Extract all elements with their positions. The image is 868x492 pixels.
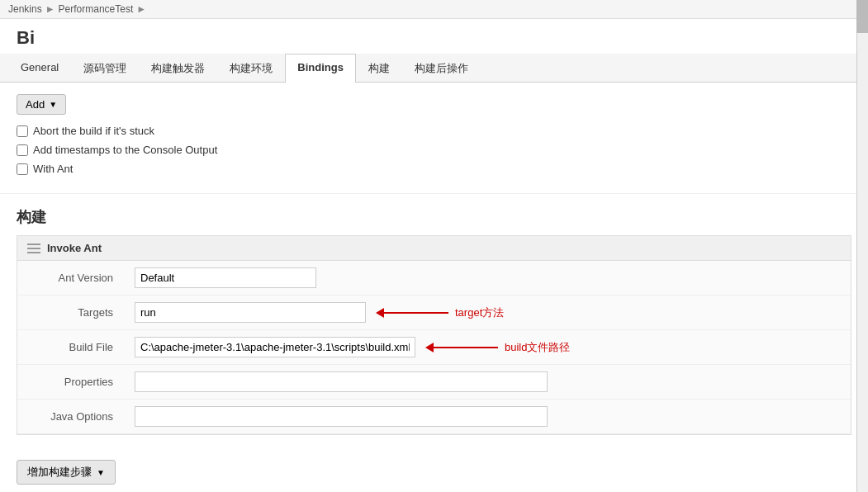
- tabs-bar: General源码管理构建触发器构建环境Bindings构建构建后操作: [0, 54, 868, 83]
- breadcrumb-sep2: ►: [136, 3, 146, 15]
- tab-构建触发器[interactable]: 构建触发器: [139, 54, 217, 83]
- tab-源码管理[interactable]: 源码管理: [71, 54, 139, 83]
- properties-row: Properties: [17, 365, 851, 400]
- targets-row: Targets target方法: [17, 296, 851, 330]
- main-content: Bi General源码管理构建触发器构建环境Bindings构建构建后操作 A…: [0, 19, 868, 492]
- targets-input[interactable]: [135, 302, 366, 323]
- build-file-label: Build File: [17, 330, 125, 365]
- build-file-arrow-icon: [432, 347, 498, 348]
- build-file-annotation: build文件路径: [432, 340, 570, 355]
- invoke-ant-title: Invoke Ant: [47, 242, 102, 254]
- with-ant-checkbox[interactable]: [17, 163, 28, 175]
- tab-general[interactable]: General: [8, 54, 71, 83]
- add-button[interactable]: Add ▼: [17, 94, 66, 115]
- add-step-label: 增加构建步骤: [27, 465, 92, 480]
- invoke-ant-header: Invoke Ant: [17, 236, 851, 261]
- scrollbar[interactable]: [856, 0, 868, 492]
- abort-checkbox[interactable]: [17, 125, 28, 137]
- ant-version-cell: [125, 261, 851, 296]
- breadcrumb-sep1: ►: [45, 3, 55, 15]
- bottom-bar: 增加构建步骤 ▼: [0, 452, 868, 492]
- java-options-cell: [125, 400, 851, 434]
- ant-version-label: Ant Version: [17, 261, 125, 296]
- build-file-cell: build文件路径: [125, 330, 851, 365]
- add-step-button[interactable]: 增加构建步骤 ▼: [17, 460, 116, 485]
- checkbox-abort: Abort the build if it's stuck: [17, 125, 851, 137]
- abort-label: Abort the build if it's stuck: [33, 125, 154, 137]
- build-file-row-inner: build文件路径: [135, 337, 841, 357]
- build-section: Invoke Ant Ant Version Targets: [17, 235, 851, 435]
- with-ant-label: With Ant: [33, 163, 73, 175]
- build-file-input[interactable]: [135, 337, 415, 357]
- tab-构建环境[interactable]: 构建环境: [217, 54, 285, 83]
- targets-row-inner: target方法: [135, 302, 841, 323]
- build-file-annotation-text: build文件路径: [505, 340, 570, 355]
- checkbox-with-ant: With Ant: [17, 163, 851, 175]
- breadcrumb-project[interactable]: PerformanceTest: [59, 3, 134, 15]
- form-table: Ant Version Targets target方法: [17, 261, 851, 434]
- drag-handle-icon: [27, 244, 40, 253]
- targets-cell: target方法: [125, 296, 851, 330]
- scrollbar-thumb[interactable]: [856, 0, 868, 33]
- targets-label: Targets: [17, 296, 125, 330]
- breadcrumb-jenkins[interactable]: Jenkins: [8, 3, 42, 15]
- bindings-section: Add ▼ Abort the build if it's stuck Add …: [0, 83, 868, 193]
- build-file-row: Build File build文件路径: [17, 330, 851, 365]
- ant-version-row: Ant Version: [17, 261, 851, 296]
- java-options-row: Java Options: [17, 400, 851, 434]
- java-options-input[interactable]: [135, 406, 548, 427]
- ant-version-input[interactable]: [135, 267, 316, 288]
- add-button-label: Add: [26, 98, 45, 111]
- properties-input[interactable]: [135, 371, 548, 392]
- timestamps-label: Add timestamps to the Console Output: [33, 144, 217, 156]
- targets-arrow-icon: [382, 312, 448, 314]
- properties-label: Properties: [17, 365, 125, 400]
- build-heading: 构建: [0, 193, 868, 235]
- checkbox-timestamps: Add timestamps to the Console Output: [17, 144, 851, 156]
- tab-构建[interactable]: 构建: [356, 54, 402, 83]
- add-step-arrow-icon: ▼: [97, 468, 105, 477]
- tab-bindings[interactable]: Bindings: [285, 54, 356, 83]
- targets-annotation-text: target方法: [455, 305, 504, 320]
- timestamps-checkbox[interactable]: [17, 144, 28, 156]
- tab-构建后操作[interactable]: 构建后操作: [402, 54, 481, 83]
- targets-annotation: target方法: [382, 305, 504, 320]
- add-button-arrow-icon: ▼: [49, 100, 57, 109]
- add-button-wrap: Add ▼: [17, 94, 851, 115]
- java-options-label: Java Options: [17, 400, 125, 434]
- breadcrumb: Jenkins ► PerformanceTest ►: [0, 0, 868, 19]
- properties-cell: [125, 365, 851, 400]
- page-title: Bi: [0, 19, 868, 54]
